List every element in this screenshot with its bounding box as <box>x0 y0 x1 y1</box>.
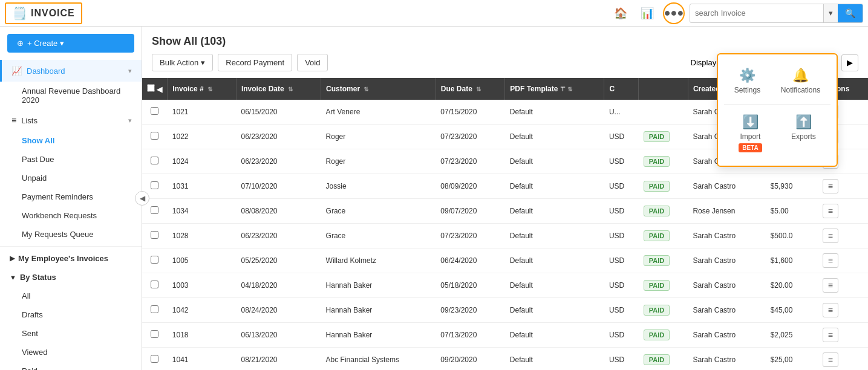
row-created-by: Sarah Castro <box>688 298 765 323</box>
row-actions-button[interactable]: ≡ <box>823 278 838 293</box>
next-page-button[interactable]: ▶ <box>841 54 858 71</box>
col-currency[interactable]: C <box>604 78 639 100</box>
row-due-date: 08/09/2020 <box>436 174 505 199</box>
row-currency: U... <box>604 100 639 125</box>
row-checkbox[interactable] <box>151 231 158 239</box>
row-template: Default <box>505 273 604 298</box>
col-pdf-template[interactable]: PDF Template ⊤⇅ <box>505 78 604 100</box>
import-dropdown-item[interactable]: ⬇️ Import BETA <box>734 107 766 160</box>
more-options-button[interactable]: ●●● <box>663 2 685 24</box>
logo[interactable]: 🗒️ INVOICE <box>5 2 82 24</box>
search-input[interactable] <box>690 8 823 18</box>
row-checkbox-cell[interactable] <box>142 125 168 149</box>
row-checkbox-cell[interactable] <box>142 248 168 273</box>
row-checkbox[interactable] <box>151 281 158 288</box>
sidebar-sub-workbench-requests[interactable]: Workbench Requests <box>0 206 142 225</box>
sidebar-sub-annual-revenue[interactable]: Annual Revenue Dashboard 2020 <box>0 82 142 109</box>
sidebar-item-lists[interactable]: ≡ Lists ▾ <box>0 109 142 131</box>
row-checkbox[interactable] <box>151 107 158 115</box>
sidebar-status-sent[interactable]: Sent <box>0 324 142 343</box>
row-actions-button[interactable]: ≡ <box>823 253 838 268</box>
sidebar-employee-invoices-item[interactable]: ▶ My Employee's Invoices <box>0 249 142 268</box>
settings-dropdown-item[interactable]: ⚙️ Settings <box>729 60 765 102</box>
create-button[interactable]: ⊕ + Create ▾ <box>7 34 134 53</box>
void-button[interactable]: Void <box>297 54 328 71</box>
sidebar-status-drafts[interactable]: Drafts <box>0 305 142 324</box>
row-checkbox-cell[interactable] <box>142 100 168 125</box>
exports-dropdown-item[interactable]: ⬆️ Exports <box>786 107 821 160</box>
row-invoice-num: 1024 <box>168 149 237 174</box>
row-actions-button[interactable]: ≡ <box>823 204 838 218</box>
row-currency: USD <box>604 125 639 149</box>
search-bar: ▾ 🔍 <box>690 4 863 23</box>
row-currency: USD <box>604 248 639 273</box>
row-actions-button[interactable]: ≡ <box>823 352 838 367</box>
notifications-dropdown-item[interactable]: 🔔 Notifications <box>776 60 825 102</box>
row-checkbox-cell[interactable] <box>142 323 168 348</box>
table-row: 1028 06/23/2020 Grace 07/23/2020 Default… <box>142 224 868 248</box>
row-actions-button[interactable]: ≡ <box>823 328 838 342</box>
sidebar-sub-past-due[interactable]: Past Due <box>0 150 142 169</box>
row-created-by: Sarah Castro <box>688 323 765 348</box>
sort-invoice-icon: ⇅ <box>207 86 212 92</box>
row-template: Default <box>505 174 604 199</box>
row-checkbox-cell[interactable] <box>142 298 168 323</box>
row-actions-cell[interactable]: ≡ <box>818 199 868 224</box>
prev-col-icon[interactable]: ◀ <box>157 85 162 94</box>
row-actions-button[interactable]: ≡ <box>823 229 838 243</box>
row-actions-cell[interactable]: ≡ <box>818 174 868 199</box>
sidebar-status-paid[interactable]: Paid <box>0 362 142 370</box>
row-checkbox[interactable] <box>151 157 158 164</box>
search-dropdown-button[interactable]: ▾ <box>823 4 838 22</box>
row-invoice-num: 1028 <box>168 224 237 248</box>
col-due-date[interactable]: Due Date ⇅ <box>436 78 505 100</box>
row-due-date: 09/20/2020 <box>436 348 505 371</box>
row-checkbox[interactable] <box>151 132 158 140</box>
hide-sidebar-button[interactable]: ◀ <box>135 191 149 206</box>
col-customer[interactable]: Customer ⇅ <box>321 78 436 100</box>
row-actions-button[interactable]: ≡ <box>823 303 838 317</box>
row-actions-cell[interactable]: ≡ <box>818 224 868 248</box>
row-actions-cell[interactable]: ≡ <box>818 298 868 323</box>
sidebar-sub-unpaid[interactable]: Unpaid <box>0 169 142 187</box>
row-actions-button[interactable]: ≡ <box>823 179 838 193</box>
sidebar-status-viewed[interactable]: Viewed <box>0 343 142 362</box>
row-checkbox-cell[interactable] <box>142 149 168 174</box>
chart-button[interactable]: 📊 <box>636 2 658 24</box>
row-checkbox-cell[interactable] <box>142 224 168 248</box>
row-invoice-num: 1034 <box>168 199 237 224</box>
row-actions-cell[interactable]: ≡ <box>818 323 868 348</box>
row-checkbox-cell[interactable] <box>142 273 168 298</box>
bulk-action-button[interactable]: Bulk Action ▾ <box>152 54 213 71</box>
row-invoice-date: 08/24/2020 <box>236 298 321 323</box>
row-checkbox-cell[interactable] <box>142 348 168 371</box>
select-all-checkbox[interactable] <box>147 84 155 92</box>
row-customer: Hannah Baker <box>321 323 436 348</box>
col-invoice-num[interactable]: Invoice # ⇅ <box>168 78 237 100</box>
search-submit-button[interactable]: 🔍 <box>838 4 863 22</box>
row-checkbox[interactable] <box>151 330 158 338</box>
sidebar-item-dashboard[interactable]: 📈 Dashboard ▾ <box>0 60 142 82</box>
sidebar-status-all[interactable]: All <box>0 287 142 305</box>
row-actions-cell[interactable]: ≡ <box>818 348 868 371</box>
sidebar-sub-payment-reminders[interactable]: Payment Reminders <box>0 187 142 206</box>
row-actions-cell[interactable]: ≡ <box>818 273 868 298</box>
sidebar-by-status-header[interactable]: ▼ By Status <box>0 268 142 287</box>
row-checkbox[interactable] <box>151 206 158 214</box>
select-all-col[interactable]: ◀ <box>142 78 168 100</box>
table-row: 1005 05/25/2020 Willard Kolmetz 06/24/20… <box>142 248 868 273</box>
table-row: 1042 08/24/2020 Hannah Baker 09/23/2020 … <box>142 298 868 323</box>
notifications-label: Notifications <box>781 86 820 94</box>
sort-customer-icon: ⇅ <box>364 86 368 92</box>
status-paid-label: Paid <box>22 366 38 370</box>
col-invoice-date[interactable]: Invoice Date ⇅ <box>236 78 321 100</box>
row-checkbox[interactable] <box>151 256 158 264</box>
home-button[interactable]: 🏠 <box>610 2 631 24</box>
row-checkbox[interactable] <box>151 181 158 189</box>
sidebar-sub-my-requests-queue[interactable]: My Requests Queue <box>0 225 142 244</box>
sidebar-sub-show-all[interactable]: Show All <box>0 131 142 150</box>
record-payment-button[interactable]: Record Payment <box>218 54 292 71</box>
row-actions-cell[interactable]: ≡ <box>818 248 868 273</box>
row-checkbox[interactable] <box>151 305 158 313</box>
row-checkbox[interactable] <box>151 355 158 363</box>
